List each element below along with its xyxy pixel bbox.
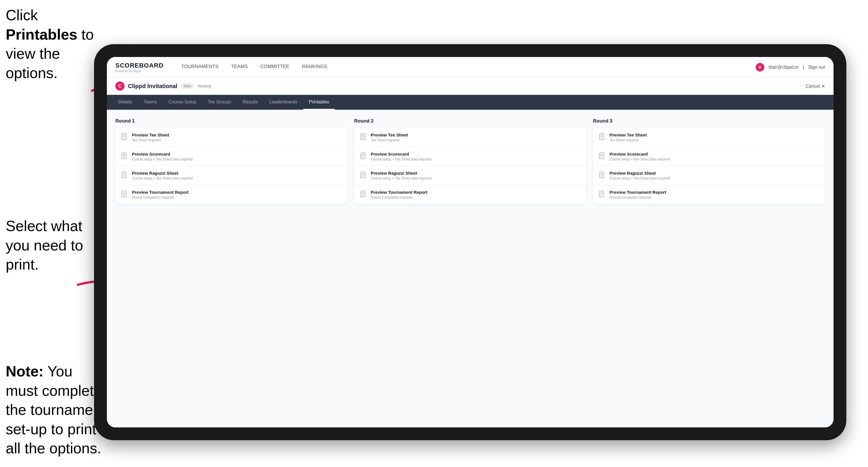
round-1-tee-sheet[interactable]: Preview Tee Sheet Tee Sheet required [116,128,347,147]
sign-out-link[interactable]: Sign out [808,65,825,70]
tab-tee-groups[interactable]: Tee Groups [202,95,237,110]
document-icon [598,190,606,198]
document-icon [598,171,606,179]
scoreboard-logo: SCOREBOARD Powered by clippd [116,62,163,73]
instruction-middle-text: Select what you need to print. [6,218,83,273]
sub-nav: Details Teams Course Setup Tee Groups Re… [107,95,834,110]
round-2-title: Round 2 [354,118,586,124]
tab-teams[interactable]: Teams [138,95,163,110]
round-3-cards: Preview Tee Sheet Tee Sheet required Pre… [593,128,825,204]
tab-course-setup[interactable]: Course Setup [163,95,202,110]
round-2-raguzzi-subtitle: Course setup + Tee Sheet data required [371,176,431,180]
instruction-bottom-text: Note: You must complete the tournament s… [6,363,105,457]
cancel-button[interactable]: Cancel ✕ [806,84,825,89]
tab-printables[interactable]: Printables [303,95,335,110]
document-icon [121,171,128,179]
document-icon [359,133,367,141]
round-1-raguzzi[interactable]: Preview Raguzzi Sheet Course setup + Tee… [116,166,347,185]
document-icon [121,190,128,198]
main-content: Round 1 Preview Tee Sheet Tee Sheet requ… [107,110,834,427]
round-2-cards: Preview Tee Sheet Tee Sheet required Pre… [354,128,586,204]
round-2-tee-sheet[interactable]: Preview Tee Sheet Tee Sheet required [354,128,586,147]
rounds-grid: Round 1 Preview Tee Sheet Tee Sheet requ… [116,118,825,204]
round-1-scorecard[interactable]: Preview Scorecard Course setup + Tee She… [116,147,347,166]
instruction-middle: Select what you need to print. [6,217,102,274]
tournament-logo: C [116,82,125,91]
tablet: SCOREBOARD Powered by clippd TOURNAMENTS… [94,44,846,440]
round-3-raguzzi-subtitle: Course setup + Tee Sheet data required [610,176,670,180]
tournament-badge: Men [181,83,194,89]
tablet-screen: SCOREBOARD Powered by clippd TOURNAMENTS… [107,57,834,427]
round-2-scorecard-subtitle: Course setup + Tee Sheet data required [371,157,431,161]
tab-leaderboards[interactable]: Leaderboards [264,95,303,110]
round-3-tee-sheet-subtitle: Tee Sheet required [610,138,647,142]
main-nav: TOURNAMENTS TEAMS COMMITTEE RANKINGS [175,57,756,77]
round-3-tee-sheet-title: Preview Tee Sheet [610,132,647,137]
round-3-section: Round 3 Preview Tee Sheet Tee Sheet requ… [593,118,825,204]
round-2-tournament-report[interactable]: Preview Tournament Report Round Completi… [354,185,586,204]
round-3-report-title: Preview Tournament Report [610,190,666,195]
nav-item-teams[interactable]: TEAMS [225,57,254,77]
round-2-scorecard[interactable]: Preview Scorecard Course setup + Tee She… [354,147,586,166]
round-3-raguzzi-title: Preview Raguzzi Sheet [610,171,670,176]
nav-item-tournaments[interactable]: TOURNAMENTS [175,57,225,77]
round-1-title: Round 1 [116,118,347,124]
tournament-title-row: C Clippd Invitational Men Hosting [116,82,211,91]
document-icon [359,190,367,198]
round-1-cards: Preview Tee Sheet Tee Sheet required Pre… [116,128,347,204]
round-2-tee-sheet-title: Preview Tee Sheet [371,132,408,137]
printables-bold: Printables [6,26,77,43]
round-1-raguzzi-title: Preview Raguzzi Sheet [132,171,193,176]
logo-title: SCOREBOARD [116,62,163,69]
round-1-tee-sheet-subtitle: Tee Sheet required [132,138,169,142]
tab-results[interactable]: Results [237,95,264,110]
logo-sub: Powered by clippd [116,69,163,73]
round-2-report-subtitle: Round Completion required [371,195,428,199]
round-3-scorecard-subtitle: Course setup + Tee Sheet data required [610,157,670,161]
tournament-header: C Clippd Invitational Men Hosting Cancel… [107,77,834,95]
instruction-bottom: Note: You must complete the tournament s… [6,362,108,458]
top-nav-right: B blair@clippd.io | Sign out [756,63,825,71]
round-1-report-subtitle: Round Completion required [132,195,189,199]
round-3-report-subtitle: Round Completion required [610,195,666,199]
round-1-scorecard-subtitle: Course setup + Tee Sheet data required [132,157,193,161]
top-nav: SCOREBOARD Powered by clippd TOURNAMENTS… [107,57,834,77]
document-icon [359,171,367,179]
round-1-tee-sheet-title: Preview Tee Sheet [132,132,169,137]
round-2-scorecard-title: Preview Scorecard [371,152,431,156]
document-icon [598,133,606,141]
round-2-report-title: Preview Tournament Report [371,190,428,195]
round-2-section: Round 2 Preview Tee Sheet Tee Sheet requ… [354,118,586,204]
document-icon [598,152,606,160]
hosting-badge: Hosting [198,84,211,88]
round-2-tee-sheet-subtitle: Tee Sheet required [371,138,408,142]
nav-item-rankings[interactable]: RANKINGS [296,57,333,77]
round-3-tournament-report[interactable]: Preview Tournament Report Round Completi… [593,185,825,204]
round-2-raguzzi-title: Preview Raguzzi Sheet [371,171,431,176]
round-3-scorecard-title: Preview Scorecard [610,152,670,156]
round-2-raguzzi[interactable]: Preview Raguzzi Sheet Course setup + Tee… [354,166,586,185]
user-avatar: B [756,63,764,71]
round-1-tournament-report[interactable]: Preview Tournament Report Round Completi… [116,185,347,204]
round-1-section: Round 1 Preview Tee Sheet Tee Sheet requ… [116,118,347,204]
round-3-raguzzi[interactable]: Preview Raguzzi Sheet Course setup + Tee… [593,166,825,185]
nav-separator: | [803,65,804,70]
round-3-tee-sheet[interactable]: Preview Tee Sheet Tee Sheet required [593,128,825,147]
user-email: blair@clippd.io [769,65,799,70]
round-1-report-title: Preview Tournament Report [132,190,189,195]
round-3-title: Round 3 [593,118,825,124]
document-icon [121,133,128,141]
tournament-name: Clippd Invitational [128,83,177,90]
round-1-scorecard-title: Preview Scorecard [132,152,193,156]
cancel-x: ✕ [821,84,825,89]
document-icon [121,152,128,160]
document-icon [359,152,367,160]
tab-details[interactable]: Details [113,95,138,110]
nav-item-committee[interactable]: COMMITTEE [254,57,296,77]
round-1-raguzzi-subtitle: Course setup + Tee Sheet data required [132,176,193,180]
round-3-scorecard[interactable]: Preview Scorecard Course setup + Tee She… [593,147,825,166]
